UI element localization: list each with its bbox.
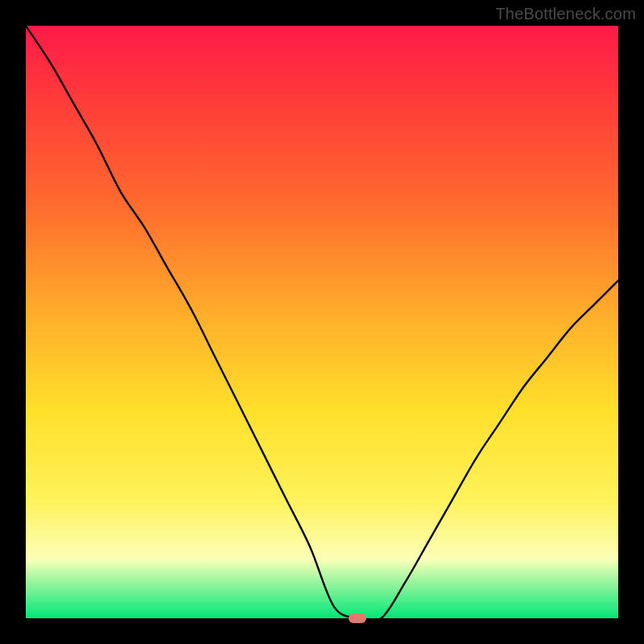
curve-path — [26, 26, 618, 621]
chart-frame: TheBottleneck.com — [0, 0, 644, 644]
optimum-marker — [349, 613, 366, 623]
plot-area — [26, 26, 618, 618]
watermark-label: TheBottleneck.com — [495, 5, 636, 23]
bottleneck-curve — [26, 26, 618, 618]
